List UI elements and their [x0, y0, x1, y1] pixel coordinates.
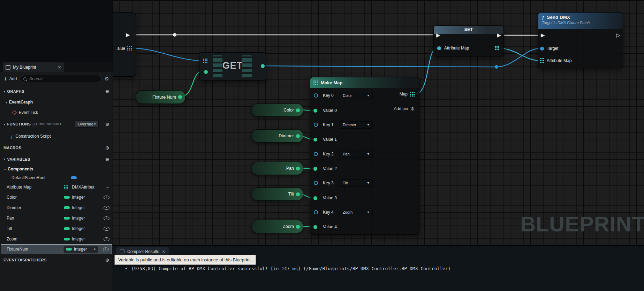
search-input[interactable] [29, 76, 98, 82]
visibility-eye-icon[interactable] [104, 196, 109, 199]
map-input-pin-icon[interactable] [203, 59, 207, 63]
override-dropdown[interactable]: Override ▾ [75, 121, 99, 128]
key-3-dropdown[interactable]: Tilt [340, 179, 365, 187]
compiler-log-line[interactable]: • [9758,03] Compile of BP_DMX_Controller… [125, 266, 450, 271]
variable-row-pan[interactable]: Pan Integer [0, 213, 113, 223]
key-1-pin[interactable] [314, 123, 318, 127]
variable-row-dimmer[interactable]: Dimmer Integer [0, 202, 113, 213]
send-dmx-node[interactable]: ƒ Send DMX Target is DMX Fixture Patch ▶… [538, 12, 623, 68]
visibility-eye-icon[interactable] [103, 247, 109, 251]
section-functions[interactable]: ▾ FUNCTIONS (21 OVERRIDABLE Override ▾ ⊕ [0, 118, 113, 130]
expander-icon[interactable]: ▾ [4, 167, 6, 171]
add-graph-icon[interactable]: ⊕ [105, 89, 109, 94]
section-graphs[interactable]: ▾ GRAPHS ⊕ [0, 86, 113, 97]
set-attribute-map-node[interactable]: SET ▶ ▶ Attribute Map [433, 25, 504, 56]
key-1-dropdown[interactable]: Dimmer [340, 121, 365, 129]
graph-item-event-tick[interactable]: Event Tick [0, 107, 113, 118]
fixture-num-variable-node[interactable]: Fixture Num [136, 90, 185, 104]
key-0-pin[interactable] [314, 93, 318, 98]
add-function-icon[interactable]: ⊕ [105, 121, 109, 127]
variable-row-tilt[interactable]: Tilt Integer [0, 223, 113, 234]
variable-row-attribute-map[interactable]: Attribute Map DMXAttribut ~ [0, 182, 113, 192]
value-2-label: Value 2 [323, 166, 337, 171]
add-variable-icon[interactable]: ⊕ [105, 156, 109, 162]
tab-my-blueprint[interactable]: My Blueprint × [3, 62, 64, 72]
pan-variable-node[interactable]: Pan [251, 162, 303, 175]
expander-icon[interactable]: ▾ [6, 100, 7, 104]
variable-row-zoom[interactable]: Zoom Integer [0, 234, 113, 244]
tab-close-icon[interactable]: × [162, 249, 165, 254]
exec-in-pin[interactable]: ▶ [541, 33, 545, 38]
key-4-chevron-icon[interactable]: ▾ [364, 209, 373, 216]
attribute-map-input-pin[interactable] [437, 46, 441, 50]
output-pin[interactable] [296, 192, 300, 196]
color-variable-node[interactable]: Color [251, 104, 303, 117]
key-4-dropdown[interactable]: Zoom [340, 209, 365, 216]
search-box[interactable] [20, 75, 101, 83]
container-type-icon[interactable]: ~ [105, 184, 109, 190]
output-pin[interactable] [296, 167, 300, 170]
zoom-variable-node[interactable]: Zoom [251, 220, 303, 233]
exec-in-pin[interactable]: ▶ [436, 33, 440, 38]
dimmer-variable-node[interactable]: Dimmer [251, 129, 303, 143]
exec-out-pin[interactable]: ▶ [497, 33, 501, 38]
key-3-chevron-icon[interactable]: ▾ [364, 179, 373, 187]
category-components[interactable]: ▾ Components [0, 165, 113, 173]
clipped-node[interactable]: ▶ alue [113, 12, 136, 77]
section-variables[interactable]: ▾ VARIABLES ⊕ [0, 153, 113, 165]
visibility-eye-icon[interactable] [104, 216, 109, 220]
variable-type-dropdown[interactable]: Integer ▾ [63, 246, 98, 253]
key-3-pin[interactable] [314, 181, 318, 185]
key-4-pin[interactable] [314, 210, 318, 214]
exec-reroute-dot[interactable] [173, 33, 176, 37]
make-map-node[interactable]: Make Map Map Add pin ⊕ Key 0 Color ▾ Val… [310, 77, 419, 235]
add-event-dispatcher-icon[interactable]: ⊕ [105, 257, 109, 263]
get-output-pin[interactable] [261, 64, 265, 68]
visibility-eye-icon[interactable] [104, 206, 109, 210]
key-0-chevron-icon[interactable]: ▾ [364, 92, 373, 99]
value-3-pin[interactable] [313, 196, 317, 200]
key-2-pin[interactable] [314, 152, 318, 156]
section-event-dispatchers[interactable]: EVENT DISPATCHERS ⊕ [0, 254, 113, 266]
attribute-map-input-pin-icon[interactable] [540, 58, 544, 63]
output-pin[interactable] [296, 108, 300, 112]
key-2-chevron-icon[interactable]: ▾ [364, 151, 373, 158]
expander-icon[interactable]: ▾ [3, 122, 5, 126]
output-pin[interactable] [178, 95, 182, 99]
exec-out-pin[interactable]: ▷ [616, 33, 620, 38]
output-pin[interactable] [296, 134, 300, 138]
key-1-chevron-icon[interactable]: ▾ [364, 121, 373, 129]
tilt-variable-node[interactable]: Tilt [251, 187, 303, 201]
value-4-pin[interactable] [313, 225, 317, 229]
value-0-label: Value 0 [323, 108, 337, 113]
section-macros[interactable]: MACROS ⊕ [0, 142, 113, 153]
graph-item-eventgraph[interactable]: ▾ EventGraph [0, 97, 113, 107]
expander-icon[interactable]: ▾ [3, 157, 5, 161]
target-input-pin[interactable] [540, 47, 544, 51]
data-reroute-dot[interactable] [495, 65, 498, 69]
get-node[interactable]: GET [199, 52, 266, 81]
tab-close-icon[interactable]: × [58, 64, 61, 70]
key-2-dropdown[interactable]: Pan [340, 151, 365, 158]
expander-icon[interactable]: ▾ [3, 90, 5, 93]
variable-row-fixturenum[interactable]: FixtureNum Integer ▾ [1, 244, 112, 254]
function-icon: ƒ [10, 134, 13, 139]
visibility-eye-icon[interactable] [104, 227, 109, 231]
add-button[interactable]: + Add [3, 76, 17, 82]
map-pin-icon[interactable] [127, 46, 132, 51]
compiler-results-icon [120, 250, 124, 253]
key-0-dropdown[interactable]: Color [340, 92, 365, 99]
add-macro-icon[interactable]: ⊕ [105, 145, 109, 151]
index-input-pin[interactable] [204, 70, 208, 74]
variable-row-color[interactable]: Color Integer [0, 192, 113, 202]
variable-row-defaultsceneroot[interactable]: DefaultSceneRoot [0, 173, 113, 182]
visibility-eye-icon[interactable] [104, 237, 109, 241]
value-2-pin[interactable] [313, 167, 317, 171]
settings-gear-icon[interactable]: ⚙ [105, 76, 109, 82]
value-0-pin[interactable] [313, 109, 317, 113]
value-1-pin[interactable] [313, 138, 317, 141]
exec-out-pin[interactable]: ▶ [126, 32, 130, 38]
output-pin[interactable] [296, 225, 300, 229]
function-item-construction-script[interactable]: ƒ Construction Script [0, 130, 113, 142]
attribute-map-output-pin-icon[interactable] [495, 46, 499, 50]
